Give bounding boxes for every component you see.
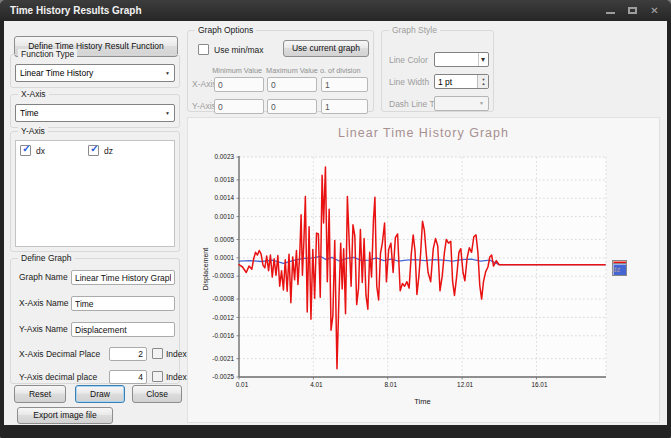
y-axis-max-input	[267, 99, 317, 114]
spinner-buttons[interactable]: ▲ ▼	[477, 75, 488, 88]
dz-checkbox[interactable]: ✓	[88, 145, 99, 156]
dx-checkbox[interactable]: ✓	[20, 145, 31, 156]
svg-text:4.01: 4.01	[310, 381, 323, 388]
function-type-label: Function Type	[18, 49, 77, 59]
svg-text:8.01: 8.01	[385, 381, 398, 388]
svg-text:0.0018: 0.0018	[214, 176, 234, 183]
checkmark-icon: ✓	[21, 143, 32, 154]
svg-text:-0.0003: -0.0003	[212, 272, 234, 279]
line-width-value: 1 pt	[438, 77, 452, 87]
dialog-window: Time History Results Graph ✕ Define Time…	[0, 0, 671, 438]
function-type-dropdown[interactable]: Linear Time History ▼	[15, 64, 175, 82]
svg-text:12.01: 12.01	[457, 381, 473, 388]
y-axis-division-input	[321, 99, 368, 114]
maximize-icon	[628, 7, 637, 14]
close-icon: ✕	[648, 0, 661, 21]
graph-style-group: Graph Style Line Color ▾ Line Width 1 pt…	[381, 30, 494, 112]
chevron-down-icon: ▼	[479, 97, 484, 110]
x-axis-value: Time	[20, 108, 39, 118]
dz-checkbox-label: dz	[104, 146, 113, 156]
minimize-icon	[606, 12, 615, 14]
x-axis-name-input[interactable]	[71, 296, 175, 311]
line-color-label: Line Color	[389, 55, 428, 65]
chevron-down-icon: ▼	[165, 65, 170, 81]
svg-text:-0.0012: -0.0012	[212, 314, 234, 321]
x-axis-group: X-Axis Time ▼	[10, 94, 180, 128]
y-axis-group: Y-Axis ✓ dx ✓ dz	[10, 131, 180, 252]
y-axis-label: Y-Axis	[18, 126, 48, 136]
x-axis-max-input	[267, 77, 317, 92]
x-axis-dropdown[interactable]: Time ▼	[15, 104, 175, 122]
y-axis-row-label: Y-Axis	[192, 101, 216, 111]
define-graph-group: Define Graph Graph Name X-Axis Name Y-Ax…	[10, 258, 180, 384]
svg-text:0.0014: 0.0014	[214, 194, 234, 201]
x-axis-division-input	[321, 77, 368, 92]
dialog-client-area: Define Time History Result Function Func…	[4, 21, 667, 425]
y-axis-index-label: Index	[166, 372, 187, 382]
legend-item-label: dz	[612, 265, 620, 274]
svg-text:0.0010: 0.0010	[214, 213, 234, 220]
chevron-down-icon: ▼	[165, 105, 170, 121]
y-axis-option-dz[interactable]: ✓ dz	[88, 145, 158, 158]
x-axis-name-label: X-Axis Name	[19, 298, 69, 308]
x-axis-row-label: X-Axis	[192, 79, 217, 89]
y-axis-option-dx[interactable]: ✓ dx	[20, 145, 90, 158]
no-of-division-header: o. of division	[320, 66, 374, 75]
close-button[interactable]: ✕	[648, 0, 661, 21]
x-axis-min-input	[214, 77, 264, 92]
y-axis-name-input[interactable]	[71, 322, 175, 337]
use-minmax-checkbox[interactable]	[198, 44, 209, 55]
chart-panel: Linear Time History Graph 0.00230.00180.…	[187, 117, 660, 423]
reset-button[interactable]: Reset	[14, 385, 66, 403]
x-axis-index-label: Index	[166, 349, 187, 359]
use-minmax-label: Use min/max	[214, 45, 264, 55]
svg-text:0.0001: 0.0001	[214, 254, 234, 261]
draw-button[interactable]: Draw	[75, 385, 125, 403]
x-axis-decimal-place-input[interactable]	[109, 347, 147, 361]
line-color-picker[interactable]: ▾	[434, 52, 489, 67]
graph-options-label: Graph Options	[195, 25, 256, 35]
svg-text:16.01: 16.01	[531, 381, 547, 388]
spinner-down-icon: ▼	[478, 72, 489, 87]
color-picker-arrow-icon: ▾	[478, 53, 485, 66]
svg-text:0.0023: 0.0023	[214, 153, 234, 160]
svg-text:Time: Time	[414, 397, 430, 406]
svg-text:-0.0025: -0.0025	[212, 373, 234, 380]
minimize-button[interactable]	[604, 0, 617, 21]
minimum-value-header: Minimum Value	[196, 66, 262, 75]
graph-name-input[interactable]	[71, 270, 175, 285]
dx-checkbox-label: dx	[36, 146, 45, 156]
y-axis-decimal-place-input[interactable]	[109, 370, 147, 384]
x-axis-index-checkbox[interactable]	[152, 348, 163, 359]
function-type-value: Linear Time History	[20, 68, 93, 78]
svg-text:-0.0016: -0.0016	[212, 332, 234, 339]
window-controls: ✕	[604, 0, 661, 21]
x-axis-decimal-place-label: X-Axis Decimal Place	[19, 349, 100, 359]
maximize-button[interactable]	[626, 0, 639, 21]
x-axis-label: X-Axis	[18, 89, 49, 99]
dash-line-type-dropdown: ▼	[434, 96, 489, 111]
y-axis-index-checkbox[interactable]	[152, 371, 163, 382]
graph-style-label: Graph Style	[389, 25, 440, 35]
svg-text:-0.0008: -0.0008	[212, 295, 234, 302]
svg-text:0.01: 0.01	[236, 381, 249, 388]
maximum-value-header: Maximum Value	[265, 66, 319, 75]
y-axis-decimal-place-label: Y-Axis decimal place	[19, 372, 97, 382]
close-dialog-button[interactable]: Close	[132, 385, 182, 403]
graph-name-label: Graph Name	[19, 272, 68, 282]
y-axis-listbox: ✓ dx ✓ dz	[15, 140, 175, 247]
export-image-file-button[interactable]: Export image file	[17, 407, 113, 424]
graph-options-group: Graph Options Use min/max Use current gr…	[187, 30, 374, 112]
line-width-label: Line Width	[389, 77, 429, 87]
line-width-spinner[interactable]: 1 pt ▲ ▼	[434, 74, 489, 89]
title-bar[interactable]: Time History Results Graph ✕	[0, 0, 671, 21]
checkmark-icon: ✓	[89, 143, 100, 154]
function-type-group: Function Type Linear Time History ▼	[10, 54, 180, 88]
svg-text:0.0005: 0.0005	[214, 236, 234, 243]
y-axis-min-input	[214, 99, 264, 114]
chart-svg: 0.00230.00180.00140.00100.00050.0001-0.0…	[199, 149, 649, 409]
svg-text:-0.0021: -0.0021	[212, 355, 234, 362]
define-graph-label: Define Graph	[18, 253, 75, 263]
chart-title: Linear Time History Graph	[188, 126, 659, 140]
use-current-graph-button[interactable]: Use current graph	[283, 40, 369, 57]
